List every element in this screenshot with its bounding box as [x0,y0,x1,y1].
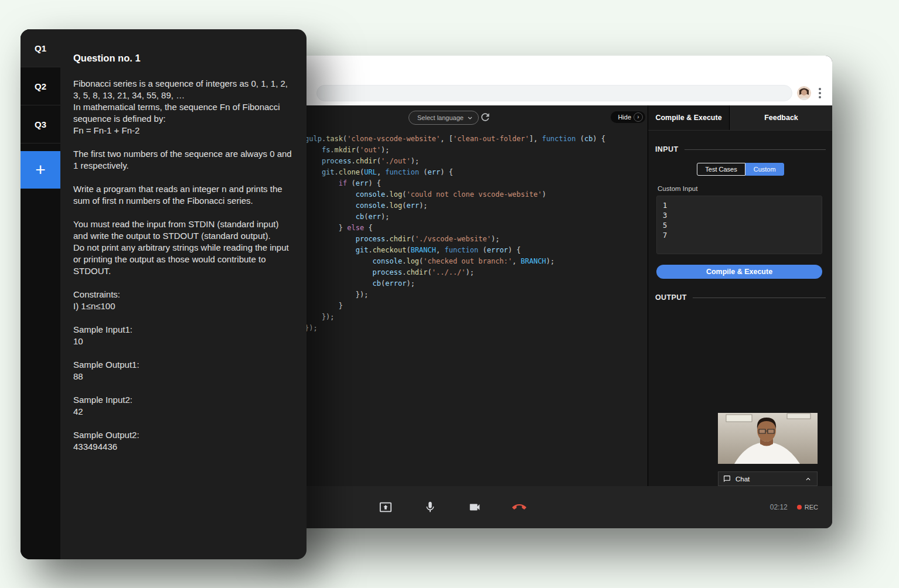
input-section-label: INPUT [655,145,679,153]
chevron-right-icon: › [634,112,643,122]
input-section-header: INPUT [655,145,826,153]
code-line: process.chdir('../../'); [305,267,648,278]
code-line: if (err) { [305,178,648,189]
code-line: }); [305,323,648,334]
chat-bubble-icon [723,475,731,483]
tab-q3[interactable]: Q3 [21,105,60,143]
section-divider [693,298,826,298]
question-paragraph: Sample Input1: 10 [73,324,294,347]
language-select-label: Select language [417,114,464,121]
tab-feedback[interactable]: Feedback [729,105,832,130]
call-icons [372,494,533,521]
kebab-menu-icon[interactable] [815,87,825,99]
question-tabstrip: Q1 Q2 Q3 + [21,29,60,559]
question-paragraph: Sample Output1: 88 [73,359,294,382]
question-body: Question no. 1 Fibonacci series is a seq… [60,29,307,559]
code-line: process.chdir('./vscode-website'); [305,234,648,245]
hide-label: Hide [618,114,631,121]
add-question-button[interactable]: + [21,151,60,189]
code-editor[interactable]: gulp.task('clone-vscode-website', ['clea… [264,130,648,486]
output-section-label: OUTPUT [655,293,687,302]
code-line: console.log('could not clone vscode-webs… [305,189,648,200]
output-section-header: OUTPUT [655,293,826,302]
question-paragraph: Constraints: I) 1≤n≤100 [73,289,294,312]
webcam-feed [718,413,818,464]
custom-toggle[interactable]: Custom [745,163,784,176]
call-timer: 02:12 [770,503,788,511]
section-divider [685,149,826,150]
question-paragraph: Sample Input2: 42 [73,394,294,418]
question-paragraph: Fibonacci series is a sequence of intege… [73,78,294,136]
compile-execute-button[interactable]: Compile & Execute [656,265,822,279]
avatar-photo [797,86,811,100]
call-meta: 02:12 REC [770,503,818,511]
chat-bar[interactable]: Chat [718,471,818,486]
editor-toolbar: Select language Hide › [264,105,648,130]
end-call-icon[interactable] [506,494,533,521]
question-panel: Q1 Q2 Q3 + Question no. 1 Fibonacci seri… [21,29,307,559]
test-cases-toggle[interactable]: Test Cases [697,163,745,176]
record-dot-icon [797,505,802,510]
question-title: Question no. 1 [73,53,294,64]
code-line: gulp.task('clone-vscode-website', ['clea… [305,134,648,145]
present-screen-icon[interactable] [372,494,399,521]
call-control-bar: 02:12 REC [264,486,832,528]
hide-panel-button[interactable]: Hide › [611,111,645,123]
refresh-icon[interactable] [479,111,491,123]
browser-chrome [264,56,832,105]
code-line: cb(err); [305,211,648,223]
code-editor-pane: Select language Hide › gulp.task('clone-… [264,105,648,486]
recording-indicator: REC [797,504,818,511]
code-line: } else { [305,223,648,234]
question-paragraph: The first two numbers of the sequence ar… [73,148,294,172]
code-line: console.log(err); [305,200,648,211]
tab-q2[interactable]: Q2 [21,67,60,105]
code-line: }); [305,289,648,300]
tab-compile-execute[interactable]: Compile & Execute [648,105,729,130]
code-line: git.checkout(BRANCH, function (error) { [305,245,648,256]
code-line: process.chdir('./out'); [305,156,648,167]
rec-label: REC [805,504,818,511]
user-avatar[interactable] [797,86,811,100]
camera-icon[interactable] [461,494,488,521]
address-bar[interactable] [316,85,792,101]
chat-label: Chat [735,476,750,483]
microphone-icon[interactable] [417,494,444,521]
question-paragraph: Sample Output2: 433494436 [73,429,294,453]
code-line: console.log('checked out branch:', BRANC… [305,256,648,267]
interview-window: Select language Hide › gulp.task('clone-… [264,56,832,528]
custom-input-label: Custom Input [658,185,825,192]
code-line: }); [305,312,648,323]
code-line: } [305,300,648,312]
custom-input-textarea[interactable] [656,196,822,254]
question-paragraph: You must read the input from STDIN (stan… [73,218,294,277]
tab-q1[interactable]: Q1 [21,29,60,67]
content-row: Select language Hide › gulp.task('clone-… [264,105,832,486]
question-paragraphs: Fibonacci series is a sequence of intege… [73,78,294,453]
chevron-down-icon [468,117,472,119]
webcam-video [718,413,818,464]
compile-panel: Compile & Execute Feedback INPUT Test Ca… [648,105,832,486]
code-line: git.clone(URL, function (err) { [305,167,648,178]
language-select[interactable]: Select language [408,111,479,125]
compile-panel-tabs: Compile & Execute Feedback [648,105,832,131]
code-line: fs.mkdir('out'); [305,145,648,156]
input-mode-toggle: Test Cases Custom [648,163,832,176]
question-paragraph: Write a program that reads an integer n … [73,183,294,207]
code-line: cb(error); [305,278,648,289]
chevron-up-icon[interactable] [804,475,812,483]
